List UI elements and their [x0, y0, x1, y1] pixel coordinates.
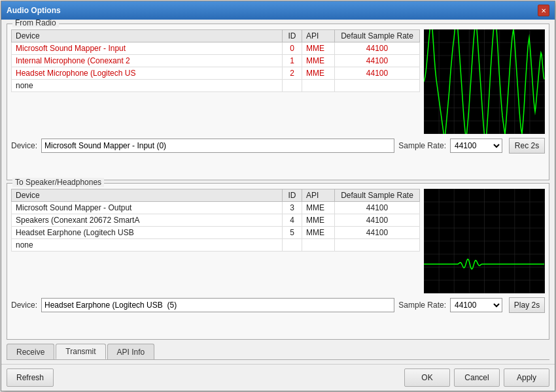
- ok-button[interactable]: OK: [404, 368, 450, 387]
- bottom-right: OK Cancel Apply: [404, 368, 549, 387]
- to-speaker-table: Device ID API Default Sample Rate Micros…: [11, 189, 420, 252]
- rate-cell: 44100: [335, 42, 420, 55]
- apply-button[interactable]: Apply: [504, 368, 549, 387]
- rate-cell: 44100: [335, 227, 420, 239]
- device-cell: none: [12, 80, 283, 92]
- id-cell: [283, 239, 302, 252]
- to-speaker-device-row: Device: Sample Rate: 4410048000220501600…: [11, 297, 545, 313]
- id-cell: 0: [283, 42, 302, 55]
- rate-cell: 44100: [335, 67, 420, 80]
- dialog-title: Audio Options: [7, 6, 61, 15]
- id-cell: 5: [283, 227, 302, 239]
- device-cell: none: [12, 239, 283, 252]
- bottom-left: Refresh: [7, 368, 54, 387]
- col-api-header: API: [302, 30, 335, 42]
- from-radio-inner: Device ID API Default Sample Rate Micros…: [11, 29, 545, 134]
- device-cell: Internal Microphone (Conexant 2: [12, 55, 283, 67]
- tab-receive[interactable]: Receive: [7, 344, 54, 359]
- device-cell: Speakers (Conexant 20672 SmartA: [12, 214, 283, 227]
- rate-cell: [335, 239, 420, 252]
- id-cell: 3: [283, 202, 302, 214]
- to-speaker-inner: Device ID API Default Sample Rate Micros…: [11, 189, 545, 293]
- to-speaker-device-input[interactable]: [41, 298, 394, 312]
- cancel-button[interactable]: Cancel: [454, 368, 500, 387]
- from-radio-table: Device ID API Default Sample Rate Micros…: [11, 29, 420, 92]
- to-speaker-table-area: Device ID API Default Sample Rate Micros…: [11, 189, 420, 293]
- from-radio-group: From Radio Device ID API Default Sample …: [7, 24, 549, 180]
- col-id-header: ID: [283, 30, 302, 42]
- table-row[interactable]: Speakers (Conexant 20672 SmartA 4 MME 44…: [12, 214, 420, 227]
- table-row[interactable]: Headset Earphone (Logitech USB 5 MME 441…: [12, 227, 420, 239]
- api-cell: MME: [302, 55, 335, 67]
- from-radio-label: From Radio: [12, 20, 59, 27]
- to-speaker-group: To Speaker/Headphones Device ID API Defa…: [7, 183, 549, 340]
- device-cell: Microsoft Sound Mapper - Input: [12, 42, 283, 55]
- id-cell: 2: [283, 67, 302, 80]
- device-cell: Headset Microphone (Logitech US: [12, 67, 283, 80]
- play-button[interactable]: Play 2s: [509, 297, 545, 313]
- to-speaker-sample-label: Sample Rate:: [398, 301, 446, 310]
- api-cell: [302, 239, 335, 252]
- rate-cell: 44100: [335, 55, 420, 67]
- tabs-row: ReceiveTransmitAPI Info: [7, 344, 549, 360]
- bottom-bar: Refresh OK Cancel Apply: [1, 364, 555, 391]
- id-cell: 1: [283, 55, 302, 67]
- table-row[interactable]: Microsoft Sound Mapper - Input 0 MME 441…: [12, 42, 420, 55]
- table-row[interactable]: none: [12, 239, 420, 252]
- api-cell: MME: [302, 227, 335, 239]
- from-radio-sample-select[interactable]: 441004800022050160008000: [450, 139, 502, 153]
- table-row[interactable]: none: [12, 80, 420, 92]
- table-row[interactable]: Internal Microphone (Conexant 2 1 MME 44…: [12, 55, 420, 67]
- refresh-button[interactable]: Refresh: [7, 368, 54, 387]
- col-id-header2: ID: [283, 189, 302, 202]
- rec-button[interactable]: Rec 2s: [509, 138, 545, 154]
- tab-transmit[interactable]: Transmit: [56, 344, 105, 359]
- title-bar: Audio Options ✕: [1, 1, 555, 20]
- col-device-header2: Device: [12, 189, 283, 202]
- rate-cell: [335, 80, 420, 92]
- from-radio-device-label: Device:: [11, 141, 37, 150]
- from-radio-device-input[interactable]: [41, 139, 394, 153]
- from-radio-waveform: [424, 29, 545, 134]
- col-api-header2: API: [302, 189, 335, 202]
- to-speaker-waveform: [424, 189, 545, 293]
- close-button[interactable]: ✕: [538, 5, 549, 16]
- col-rate-header: Default Sample Rate: [335, 30, 420, 42]
- table-row[interactable]: Microsoft Sound Mapper - Output 3 MME 44…: [12, 202, 420, 214]
- api-cell: MME: [302, 214, 335, 227]
- to-speaker-label: To Speaker/Headphones: [12, 178, 104, 187]
- api-cell: MME: [302, 202, 335, 214]
- device-cell: Microsoft Sound Mapper - Output: [12, 202, 283, 214]
- rate-cell: 44100: [335, 214, 420, 227]
- table-row[interactable]: Headset Microphone (Logitech US 2 MME 44…: [12, 67, 420, 80]
- from-radio-device-row: Device: Sample Rate: 4410048000220501600…: [11, 138, 545, 154]
- api-cell: MME: [302, 42, 335, 55]
- tab-api-info[interactable]: API Info: [107, 344, 155, 359]
- device-cell: Headset Earphone (Logitech USB: [12, 227, 283, 239]
- col-rate-header2: Default Sample Rate: [335, 189, 420, 202]
- id-cell: [283, 80, 302, 92]
- col-device-header: Device: [12, 30, 283, 42]
- to-speaker-sample-select[interactable]: 441004800022050160008000: [450, 298, 502, 312]
- rate-cell: 44100: [335, 202, 420, 214]
- api-cell: MME: [302, 67, 335, 80]
- dialog-content: From Radio Device ID API Default Sample …: [1, 20, 555, 364]
- from-radio-table-area: Device ID API Default Sample Rate Micros…: [11, 29, 420, 134]
- audio-options-dialog: Audio Options ✕ From Radio Device ID API: [1, 1, 555, 391]
- to-speaker-device-label: Device:: [11, 301, 37, 310]
- api-cell: [302, 80, 335, 92]
- id-cell: 4: [283, 214, 302, 227]
- from-radio-sample-label: Sample Rate:: [398, 141, 446, 150]
